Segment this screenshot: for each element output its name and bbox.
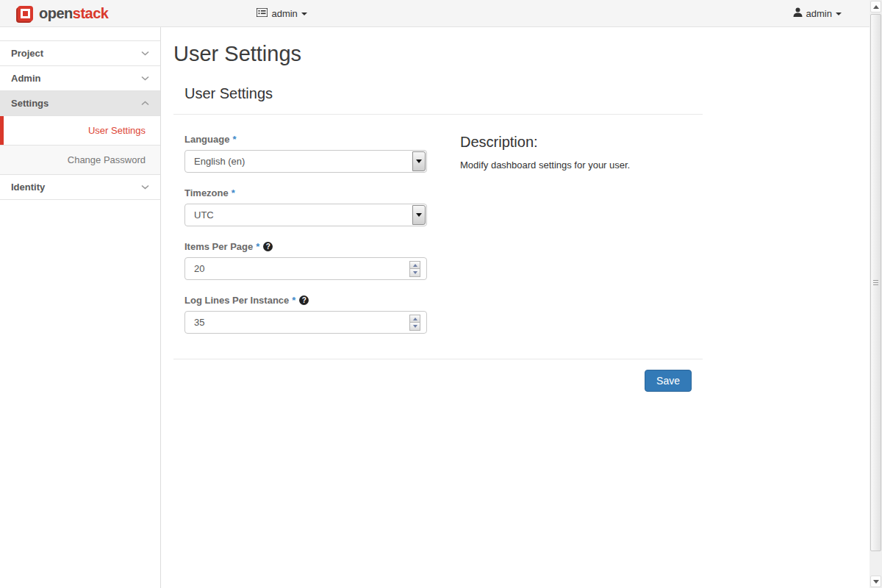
- openstack-logo[interactable]: openstack: [18, 5, 108, 22]
- field-label-text: Items Per Page: [184, 241, 253, 252]
- sidebar: Project Admin Settings: [0, 27, 161, 588]
- sidebar-item-user-settings[interactable]: User Settings: [0, 115, 160, 145]
- number-spinner: [409, 261, 420, 277]
- required-asterisk: *: [256, 241, 259, 252]
- section-title: User Settings: [184, 85, 703, 102]
- caret-down-icon: [836, 12, 842, 15]
- scroll-down-icon: [873, 580, 879, 584]
- field-label: Language *: [184, 134, 427, 145]
- sidebar-section-label: Identity: [11, 176, 45, 199]
- spinner-down-icon: [413, 325, 417, 328]
- field-language: Language * English (en): [184, 134, 427, 173]
- help-icon[interactable]: ?: [299, 295, 309, 305]
- field-timezone: Timezone * UTC: [184, 187, 427, 226]
- settings-form: Language * English (en) Timezone * UTC: [184, 134, 427, 348]
- select-dropdown-button[interactable]: [412, 205, 426, 225]
- top-navbar: openstack admin admin: [0, 0, 870, 27]
- field-label-text: Timezone: [184, 187, 229, 198]
- form-actions: Save: [173, 359, 703, 392]
- log-lines-input[interactable]: 35: [184, 311, 427, 334]
- dropdown-arrow-icon: [416, 213, 422, 217]
- timezone-select-value: UTC: [185, 204, 426, 226]
- logo-text-stack: stack: [73, 5, 109, 21]
- scrollbar-thumb[interactable]: [870, 14, 881, 551]
- chevron-down-icon: [141, 76, 149, 81]
- dropdown-arrow-icon: [416, 159, 422, 163]
- timezone-select[interactable]: UTC: [184, 204, 427, 226]
- user-menu-dropdown[interactable]: admin: [793, 7, 842, 19]
- chevron-up-icon: [141, 101, 149, 106]
- chevron-down-icon: [141, 51, 149, 56]
- field-label-text: Language: [184, 134, 229, 145]
- save-button[interactable]: Save: [645, 370, 692, 392]
- divider: [173, 114, 703, 115]
- field-label: Log Lines Per Instance * ?: [184, 295, 427, 306]
- sidebar-section-label: Project: [11, 42, 43, 65]
- description-title: Description:: [460, 134, 703, 151]
- user-menu-label: admin: [806, 8, 832, 19]
- spinner-up-button[interactable]: [410, 262, 420, 269]
- page-title: User Settings: [173, 42, 703, 66]
- scrollbar-down-button[interactable]: [870, 576, 881, 587]
- scrollbar-up-button[interactable]: [870, 1, 881, 12]
- field-items-per-page: Items Per Page * ? 20: [184, 241, 427, 280]
- project-selector-dropdown[interactable]: admin: [257, 8, 306, 19]
- sidebar-item-label: User Settings: [0, 116, 160, 145]
- spinner-up-icon: [413, 264, 417, 267]
- vertical-scrollbar[interactable]: [870, 0, 882, 588]
- sidebar-item-label: Change Password: [0, 146, 160, 174]
- sidebar-section-label: Admin: [11, 67, 40, 90]
- scrollbar-grip: [873, 280, 878, 287]
- spinner-up-button[interactable]: [410, 315, 420, 323]
- required-asterisk: *: [232, 134, 236, 145]
- description-body: Modify dashboard settings for your user.: [460, 159, 703, 171]
- field-label: Timezone *: [184, 187, 427, 198]
- items-per-page-value: 20: [185, 258, 426, 279]
- project-selector-label: admin: [271, 8, 297, 19]
- sidebar-nav: Project Admin Settings: [0, 40, 160, 200]
- sidebar-section-settings[interactable]: Settings: [0, 90, 160, 115]
- sidebar-section-label: Settings: [11, 92, 49, 115]
- projects-list-icon: [257, 8, 268, 19]
- sidebar-section-admin[interactable]: Admin: [0, 65, 160, 90]
- items-per-page-input[interactable]: 20: [184, 257, 427, 280]
- spinner-up-icon: [413, 318, 417, 320]
- log-lines-value: 35: [185, 312, 426, 333]
- spinner-down-button[interactable]: [410, 323, 420, 330]
- caret-down-icon: [301, 12, 307, 15]
- spinner-down-icon: [413, 271, 417, 274]
- sidebar-section-project[interactable]: Project: [0, 40, 160, 65]
- select-dropdown-button[interactable]: [412, 151, 426, 171]
- number-spinner: [409, 315, 420, 331]
- field-label: Items Per Page * ?: [184, 241, 427, 252]
- language-select[interactable]: English (en): [184, 150, 427, 173]
- chevron-down-icon: [141, 184, 149, 190]
- user-icon: [793, 7, 803, 19]
- sidebar-section-identity[interactable]: Identity: [0, 174, 160, 200]
- logo-text: openstack: [39, 5, 108, 22]
- field-label-text: Log Lines Per Instance: [184, 295, 289, 306]
- logo-text-open: open: [39, 5, 73, 21]
- spinner-down-button[interactable]: [410, 269, 420, 276]
- scroll-up-icon: [873, 5, 879, 9]
- openstack-logo-icon: [18, 6, 33, 21]
- required-asterisk: *: [292, 295, 295, 306]
- required-asterisk: *: [232, 187, 235, 198]
- main-content: User Settings User Settings Language * E…: [162, 27, 703, 392]
- field-log-lines: Log Lines Per Instance * ? 35: [184, 295, 427, 334]
- description-panel: Description: Modify dashboard settings f…: [427, 134, 703, 348]
- help-icon[interactable]: ?: [263, 242, 273, 251]
- sidebar-item-change-password[interactable]: Change Password: [0, 145, 160, 174]
- language-select-value: English (en): [185, 151, 426, 172]
